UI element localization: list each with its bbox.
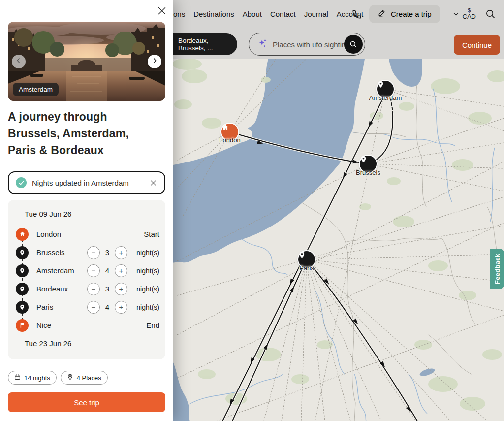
- stop-name: London: [36, 230, 61, 238]
- nights-stepper: − 4 + night(s): [87, 301, 159, 314]
- flag-icon: [16, 319, 29, 332]
- places-badge[interactable]: 4 Places: [61, 371, 108, 385]
- ai-search-pill[interactable]: [249, 33, 365, 56]
- nights-value: 4: [104, 266, 110, 275]
- decrease-nights-button[interactable]: −: [87, 264, 100, 277]
- carousel-next-button[interactable]: [148, 55, 161, 68]
- itinerary-row-amsterdam: Amsterdam − 4 + night(s): [16, 261, 159, 280]
- home-icon: [16, 228, 29, 241]
- chevron-right-icon: [152, 58, 158, 65]
- increase-nights-button[interactable]: +: [115, 283, 127, 295]
- nights-unit: night(s): [132, 249, 159, 257]
- pin-icon: [16, 283, 29, 295]
- stop-name: Nice: [36, 321, 51, 329]
- nights-unit: night(s): [132, 303, 159, 311]
- carousel-caption: Amsterdam: [13, 83, 59, 96]
- nav-item-about[interactable]: About: [243, 10, 262, 18]
- calendar-icon: [14, 374, 21, 382]
- create-trip-label: Create a trip: [391, 10, 432, 18]
- trip-title: A journey through Brussels, Amsterdam, P…: [8, 108, 158, 159]
- photo-carousel: Amsterdam: [8, 22, 165, 101]
- itinerary-start-date: Tue 09 Jun 26: [25, 210, 159, 218]
- ai-search-submit-button[interactable]: [344, 35, 363, 54]
- stop-end-label: End: [146, 321, 159, 329]
- nav-item-destinations[interactable]: Destinations: [193, 10, 234, 18]
- nav-item-contact[interactable]: Contact: [270, 10, 296, 18]
- panel-close-icon[interactable]: [158, 6, 166, 15]
- nights-value: 3: [104, 285, 110, 293]
- map-water-north-sea: [167, 59, 365, 263]
- check-circle-icon: [16, 177, 27, 188]
- route-paris-nice: [307, 259, 417, 421]
- nights-unit: night(s): [132, 267, 159, 275]
- continue-button[interactable]: Continue: [454, 35, 500, 55]
- selected-places-chip-label: Bordeaux, Brussels, ...: [178, 37, 237, 52]
- itinerary-row-brussels: Brussels − 3 + night(s): [16, 243, 159, 261]
- decrease-nights-button[interactable]: −: [87, 246, 100, 259]
- chevron-left-icon: [16, 58, 22, 65]
- stop-name: Amsterdam: [36, 266, 74, 275]
- update-toast: Nights updated in Amsterdam: [8, 171, 165, 194]
- phone-icon[interactable]: [351, 9, 362, 20]
- decrease-nights-button[interactable]: −: [87, 301, 100, 314]
- pin-icon: [16, 264, 29, 277]
- itinerary-row-bordeaux: Bordeaux − 3 + night(s): [16, 280, 159, 298]
- nights-stepper: − 4 + night(s): [87, 264, 159, 277]
- feedback-tab[interactable]: Feedback: [490, 249, 504, 289]
- nights-value: 4: [104, 303, 110, 311]
- nav-item-journal[interactable]: Journal: [304, 10, 328, 18]
- ai-search-input[interactable]: [273, 40, 346, 49]
- itinerary-card: Tue 09 Jun 26 London Start Brussels − 3 …: [8, 200, 165, 359]
- pin-icon: [16, 301, 29, 314]
- nights-stepper: − 3 + night(s): [87, 283, 159, 295]
- increase-nights-button[interactable]: +: [115, 264, 127, 277]
- sparkles-icon: [257, 38, 268, 51]
- panel-divider: [8, 389, 165, 389]
- carousel-prev-button[interactable]: [12, 55, 26, 68]
- chevron-down-icon[interactable]: [452, 10, 460, 18]
- search-icon[interactable]: [485, 8, 496, 20]
- decrease-nights-button[interactable]: −: [87, 283, 100, 295]
- nights-badge-label: 14 nights: [24, 374, 50, 382]
- create-trip-button[interactable]: Create a trip: [369, 5, 440, 23]
- map-marker-label-london: London: [215, 136, 245, 144]
- pin-outline-icon: [67, 374, 73, 382]
- pin-icon: [16, 246, 29, 259]
- toast-message: Nights updated in Amsterdam: [32, 179, 144, 187]
- stop-name: Brussels: [36, 248, 65, 257]
- map-marker-label-brussels: Brussels: [348, 169, 388, 176]
- itinerary-row-paris: Paris − 4 + night(s): [16, 298, 159, 316]
- map-marker-label-paris: Paris: [292, 264, 321, 272]
- map-water-ijsselmeer: [389, 59, 422, 87]
- places-badge-label: 4 Places: [77, 374, 101, 382]
- increase-nights-button[interactable]: +: [115, 301, 127, 314]
- nights-badge[interactable]: 14 nights: [8, 371, 57, 385]
- stop-name: Paris: [36, 303, 53, 311]
- increase-nights-button[interactable]: +: [115, 246, 127, 259]
- currency-code: CAD: [463, 13, 476, 20]
- toast-close-icon[interactable]: [149, 179, 158, 187]
- route-bordeaux-paris: [232, 261, 306, 421]
- see-trip-button[interactable]: See trip: [8, 392, 165, 412]
- itinerary-end-date: Tue 23 Jun 26: [25, 339, 159, 348]
- pencil-icon: [378, 9, 386, 19]
- currency-selector[interactable]: $ CAD: [463, 8, 476, 20]
- map-marker-label-amsterdam: Amsterdam: [366, 94, 405, 101]
- nav-item-partial[interactable]: ons: [173, 10, 185, 18]
- stop-name: Bordeaux: [36, 285, 68, 293]
- nights-unit: night(s): [132, 285, 159, 293]
- main-nav: ons Destinations About Contact Journal A…: [173, 0, 363, 28]
- nights-value: 3: [104, 248, 110, 257]
- itinerary-row-nice: Nice End: [16, 316, 159, 334]
- itinerary-row-london: London Start: [16, 225, 159, 243]
- stop-start-label: Start: [144, 230, 159, 238]
- trip-panel: Amsterdam A journey through Brussels, Am…: [0, 0, 173, 421]
- nights-stepper: − 3 + night(s): [87, 246, 159, 259]
